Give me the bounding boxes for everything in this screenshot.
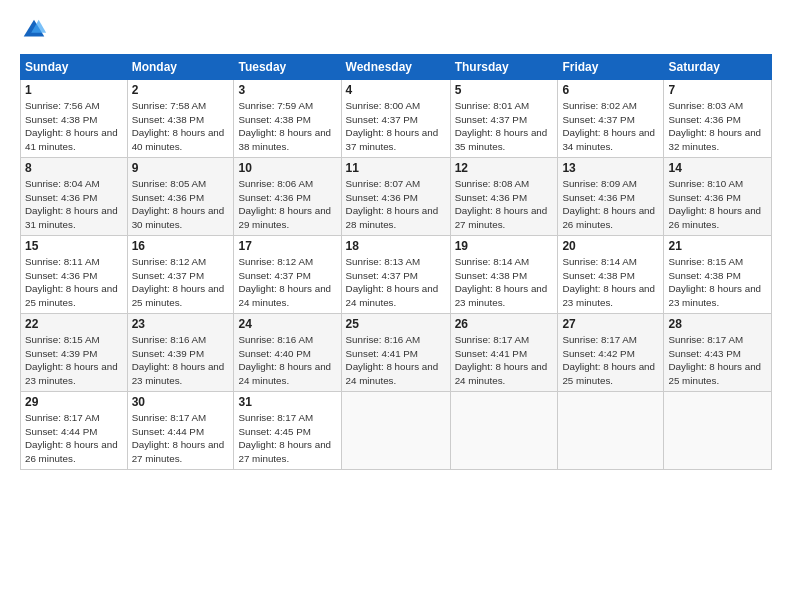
day-cell <box>341 392 450 470</box>
day-number: 2 <box>132 83 230 97</box>
day-cell: 19 Sunrise: 8:14 AMSunset: 4:38 PMDaylig… <box>450 236 558 314</box>
col-header-friday: Friday <box>558 55 664 80</box>
day-number: 14 <box>668 161 767 175</box>
day-cell: 8 Sunrise: 8:04 AMSunset: 4:36 PMDayligh… <box>21 158 128 236</box>
day-number: 20 <box>562 239 659 253</box>
day-cell: 12 Sunrise: 8:08 AMSunset: 4:36 PMDaylig… <box>450 158 558 236</box>
day-number: 6 <box>562 83 659 97</box>
day-number: 21 <box>668 239 767 253</box>
day-cell: 29 Sunrise: 8:17 AMSunset: 4:44 PMDaylig… <box>21 392 128 470</box>
day-number: 9 <box>132 161 230 175</box>
day-number: 13 <box>562 161 659 175</box>
day-cell: 18 Sunrise: 8:13 AMSunset: 4:37 PMDaylig… <box>341 236 450 314</box>
day-detail: Sunrise: 8:17 AMSunset: 4:41 PMDaylight:… <box>455 334 548 386</box>
day-detail: Sunrise: 8:08 AMSunset: 4:36 PMDaylight:… <box>455 178 548 230</box>
day-number: 29 <box>25 395 123 409</box>
day-number: 18 <box>346 239 446 253</box>
week-row-1: 1 Sunrise: 7:56 AMSunset: 4:38 PMDayligh… <box>21 80 772 158</box>
day-cell: 24 Sunrise: 8:16 AMSunset: 4:40 PMDaylig… <box>234 314 341 392</box>
day-number: 28 <box>668 317 767 331</box>
day-detail: Sunrise: 8:12 AMSunset: 4:37 PMDaylight:… <box>132 256 225 308</box>
day-cell: 20 Sunrise: 8:14 AMSunset: 4:38 PMDaylig… <box>558 236 664 314</box>
day-detail: Sunrise: 8:14 AMSunset: 4:38 PMDaylight:… <box>455 256 548 308</box>
day-number: 11 <box>346 161 446 175</box>
day-cell: 16 Sunrise: 8:12 AMSunset: 4:37 PMDaylig… <box>127 236 234 314</box>
header-row: SundayMondayTuesdayWednesdayThursdayFrid… <box>21 55 772 80</box>
day-number: 22 <box>25 317 123 331</box>
day-number: 26 <box>455 317 554 331</box>
header <box>20 16 772 44</box>
day-detail: Sunrise: 8:17 AMSunset: 4:42 PMDaylight:… <box>562 334 655 386</box>
day-cell: 6 Sunrise: 8:02 AMSunset: 4:37 PMDayligh… <box>558 80 664 158</box>
day-cell: 17 Sunrise: 8:12 AMSunset: 4:37 PMDaylig… <box>234 236 341 314</box>
day-detail: Sunrise: 8:10 AMSunset: 4:36 PMDaylight:… <box>668 178 761 230</box>
day-number: 3 <box>238 83 336 97</box>
col-header-wednesday: Wednesday <box>341 55 450 80</box>
day-number: 27 <box>562 317 659 331</box>
col-header-thursday: Thursday <box>450 55 558 80</box>
day-number: 7 <box>668 83 767 97</box>
day-cell: 26 Sunrise: 8:17 AMSunset: 4:41 PMDaylig… <box>450 314 558 392</box>
day-cell: 5 Sunrise: 8:01 AMSunset: 4:37 PMDayligh… <box>450 80 558 158</box>
day-number: 15 <box>25 239 123 253</box>
day-number: 30 <box>132 395 230 409</box>
day-number: 12 <box>455 161 554 175</box>
logo <box>20 16 52 44</box>
day-detail: Sunrise: 8:03 AMSunset: 4:36 PMDaylight:… <box>668 100 761 152</box>
day-number: 16 <box>132 239 230 253</box>
day-number: 19 <box>455 239 554 253</box>
day-number: 17 <box>238 239 336 253</box>
day-detail: Sunrise: 8:15 AMSunset: 4:39 PMDaylight:… <box>25 334 118 386</box>
day-detail: Sunrise: 8:14 AMSunset: 4:38 PMDaylight:… <box>562 256 655 308</box>
day-detail: Sunrise: 8:07 AMSunset: 4:36 PMDaylight:… <box>346 178 439 230</box>
col-header-tuesday: Tuesday <box>234 55 341 80</box>
day-detail: Sunrise: 7:58 AMSunset: 4:38 PMDaylight:… <box>132 100 225 152</box>
calendar-body: 1 Sunrise: 7:56 AMSunset: 4:38 PMDayligh… <box>21 80 772 470</box>
col-header-sunday: Sunday <box>21 55 128 80</box>
day-number: 10 <box>238 161 336 175</box>
day-cell: 22 Sunrise: 8:15 AMSunset: 4:39 PMDaylig… <box>21 314 128 392</box>
day-number: 31 <box>238 395 336 409</box>
day-number: 8 <box>25 161 123 175</box>
day-cell: 31 Sunrise: 8:17 AMSunset: 4:45 PMDaylig… <box>234 392 341 470</box>
day-cell: 11 Sunrise: 8:07 AMSunset: 4:36 PMDaylig… <box>341 158 450 236</box>
day-cell <box>664 392 772 470</box>
day-detail: Sunrise: 8:16 AMSunset: 4:39 PMDaylight:… <box>132 334 225 386</box>
week-row-4: 22 Sunrise: 8:15 AMSunset: 4:39 PMDaylig… <box>21 314 772 392</box>
day-number: 4 <box>346 83 446 97</box>
day-detail: Sunrise: 8:17 AMSunset: 4:45 PMDaylight:… <box>238 412 331 464</box>
day-number: 24 <box>238 317 336 331</box>
day-cell: 21 Sunrise: 8:15 AMSunset: 4:38 PMDaylig… <box>664 236 772 314</box>
day-cell: 28 Sunrise: 8:17 AMSunset: 4:43 PMDaylig… <box>664 314 772 392</box>
logo-icon <box>20 16 48 44</box>
day-cell: 15 Sunrise: 8:11 AMSunset: 4:36 PMDaylig… <box>21 236 128 314</box>
day-cell: 9 Sunrise: 8:05 AMSunset: 4:36 PMDayligh… <box>127 158 234 236</box>
day-detail: Sunrise: 8:12 AMSunset: 4:37 PMDaylight:… <box>238 256 331 308</box>
page: SundayMondayTuesdayWednesdayThursdayFrid… <box>0 0 792 612</box>
day-cell: 23 Sunrise: 8:16 AMSunset: 4:39 PMDaylig… <box>127 314 234 392</box>
day-detail: Sunrise: 8:04 AMSunset: 4:36 PMDaylight:… <box>25 178 118 230</box>
day-cell: 1 Sunrise: 7:56 AMSunset: 4:38 PMDayligh… <box>21 80 128 158</box>
day-cell: 25 Sunrise: 8:16 AMSunset: 4:41 PMDaylig… <box>341 314 450 392</box>
day-cell: 4 Sunrise: 8:00 AMSunset: 4:37 PMDayligh… <box>341 80 450 158</box>
day-cell: 10 Sunrise: 8:06 AMSunset: 4:36 PMDaylig… <box>234 158 341 236</box>
week-row-5: 29 Sunrise: 8:17 AMSunset: 4:44 PMDaylig… <box>21 392 772 470</box>
day-detail: Sunrise: 8:17 AMSunset: 4:43 PMDaylight:… <box>668 334 761 386</box>
day-detail: Sunrise: 8:00 AMSunset: 4:37 PMDaylight:… <box>346 100 439 152</box>
day-detail: Sunrise: 8:01 AMSunset: 4:37 PMDaylight:… <box>455 100 548 152</box>
day-number: 1 <box>25 83 123 97</box>
day-detail: Sunrise: 8:15 AMSunset: 4:38 PMDaylight:… <box>668 256 761 308</box>
col-header-monday: Monday <box>127 55 234 80</box>
day-detail: Sunrise: 8:16 AMSunset: 4:40 PMDaylight:… <box>238 334 331 386</box>
day-detail: Sunrise: 7:59 AMSunset: 4:38 PMDaylight:… <box>238 100 331 152</box>
day-number: 5 <box>455 83 554 97</box>
day-cell: 27 Sunrise: 8:17 AMSunset: 4:42 PMDaylig… <box>558 314 664 392</box>
day-detail: Sunrise: 8:16 AMSunset: 4:41 PMDaylight:… <box>346 334 439 386</box>
day-cell: 13 Sunrise: 8:09 AMSunset: 4:36 PMDaylig… <box>558 158 664 236</box>
day-detail: Sunrise: 8:06 AMSunset: 4:36 PMDaylight:… <box>238 178 331 230</box>
day-number: 25 <box>346 317 446 331</box>
day-cell: 2 Sunrise: 7:58 AMSunset: 4:38 PMDayligh… <box>127 80 234 158</box>
week-row-2: 8 Sunrise: 8:04 AMSunset: 4:36 PMDayligh… <box>21 158 772 236</box>
day-detail: Sunrise: 8:02 AMSunset: 4:37 PMDaylight:… <box>562 100 655 152</box>
day-number: 23 <box>132 317 230 331</box>
